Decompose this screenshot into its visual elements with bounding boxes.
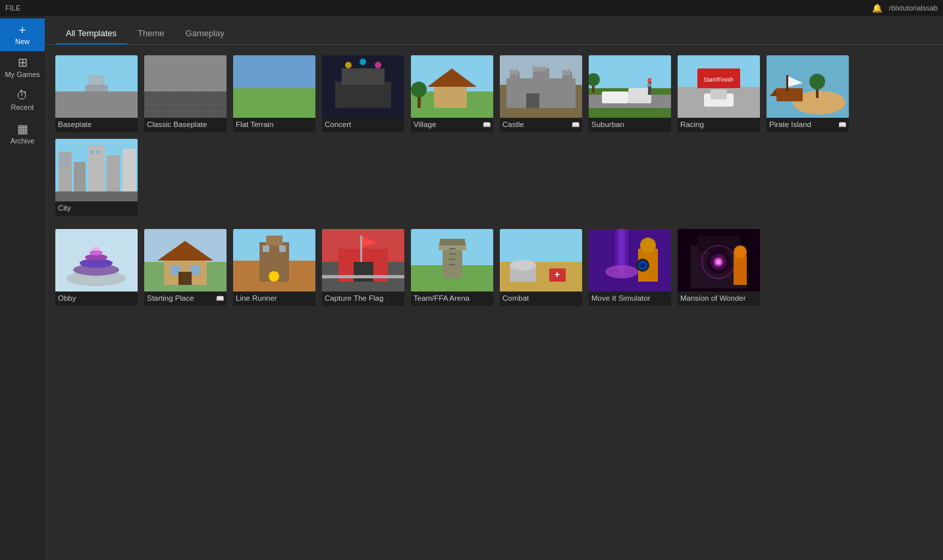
sidebar-item-my-games-label: My Games (5, 70, 40, 79)
template-obby[interactable]: Obby (55, 229, 138, 306)
template-castle[interactable]: Castle 📖 (500, 55, 582, 132)
template-baseplate[interactable]: Baseplate (55, 55, 138, 132)
svg-rect-135 (697, 236, 740, 252)
svg-rect-106 (360, 236, 362, 262)
thumb-move-it (589, 229, 671, 292)
svg-rect-16 (233, 88, 315, 118)
svg-rect-65 (786, 75, 788, 91)
templates-area: Baseplate (45, 45, 943, 317)
svg-point-28 (411, 82, 427, 97)
card-label-team-ffa-arena: Team/FFA Arena (411, 292, 493, 306)
template-classic-baseplate[interactable]: Classic Baseplate (144, 55, 227, 132)
svg-marker-3 (85, 85, 108, 91)
svg-rect-47 (628, 88, 651, 103)
svg-point-50 (647, 83, 651, 87)
svg-point-86 (93, 247, 99, 251)
card-label-concert: Concert (322, 118, 404, 132)
template-move-it-simulator[interactable]: Move It Simulator (589, 229, 671, 306)
svg-rect-77 (90, 151, 94, 154)
svg-rect-36 (514, 70, 518, 75)
svg-rect-79 (55, 191, 138, 201)
thumb-starting-place (144, 229, 227, 292)
svg-rect-18 (335, 82, 391, 108)
template-pirate-island[interactable]: Pirate Island 📖 (767, 55, 849, 132)
svg-rect-93 (178, 272, 192, 285)
svg-rect-78 (96, 151, 99, 154)
template-suburban[interactable]: Suburban (589, 55, 671, 132)
template-flat-terrain[interactable]: Flat Terrain (233, 55, 315, 132)
top-bar-right: 🔔 rblxtutorialssab (872, 3, 938, 13)
thumb-suburban (589, 55, 671, 118)
tab-theme[interactable]: Theme (127, 23, 175, 45)
svg-rect-104 (354, 262, 373, 282)
new-icon: ＋ (16, 24, 28, 36)
svg-point-85 (90, 250, 103, 255)
thumb-combat: + (500, 229, 582, 292)
svg-point-49 (647, 78, 651, 82)
svg-rect-97 (266, 236, 283, 245)
thumb-baseplate (55, 55, 138, 118)
card-label-racing: Racing (678, 118, 760, 132)
thumb-capture (322, 229, 404, 292)
template-mansion-of-wonder[interactable]: Mansion of Wonder (678, 229, 760, 306)
svg-rect-73 (61, 155, 64, 159)
thumb-racing: Start/Finish (678, 55, 760, 118)
svg-rect-39 (542, 66, 546, 72)
starting-place-book-icon: 📖 (216, 295, 224, 302)
template-village[interactable]: Village 📖 (411, 55, 493, 132)
template-starting-place[interactable]: Starting Place 📖 (144, 229, 227, 306)
template-racing[interactable]: Start/Finish Racing (678, 55, 760, 132)
card-label-classic-baseplate: Classic Baseplate (144, 118, 227, 132)
svg-rect-98 (263, 245, 269, 252)
svg-rect-1 (55, 91, 138, 118)
tab-gameplay[interactable]: Gameplay (175, 23, 235, 45)
sidebar-item-my-games[interactable]: ⊞ My Games (0, 51, 45, 84)
content-area: All Templates Theme Gameplay (45, 16, 943, 560)
thumb-pirate (767, 55, 849, 118)
sidebar-item-recent[interactable]: ⏱ Recent (0, 84, 45, 117)
svg-rect-38 (537, 66, 541, 72)
svg-rect-112 (440, 239, 465, 245)
template-team-ffa-arena[interactable]: Team/FFA Arena (411, 229, 493, 306)
template-combat[interactable]: + Combat (500, 229, 582, 306)
sidebar-item-new[interactable]: ＋ New (0, 18, 45, 51)
svg-point-142 (734, 245, 747, 259)
thumb-castle (500, 55, 582, 118)
template-concert[interactable]: Concert (322, 55, 404, 132)
file-menu[interactable]: FILE (5, 4, 20, 12)
thumb-flat-terrain (233, 55, 315, 118)
svg-rect-76 (65, 162, 68, 165)
tab-all-templates[interactable]: All Templates (55, 23, 127, 45)
castle-book-icon: 📖 (572, 121, 579, 128)
sidebar-item-new-label: New (15, 38, 30, 46)
card-label-baseplate: Baseplate (55, 118, 138, 132)
svg-rect-117 (500, 229, 582, 262)
thumb-concert (322, 55, 404, 118)
thumb-classic-baseplate (144, 55, 227, 118)
svg-point-21 (360, 59, 366, 65)
username-label: rblxtutorialssab (889, 4, 938, 12)
card-label-mansion-of-wonder: Mansion of Wonder (678, 292, 760, 306)
svg-rect-19 (342, 68, 385, 85)
thumb-team-ffa (411, 229, 493, 292)
svg-rect-37 (533, 66, 537, 72)
svg-rect-74 (65, 155, 68, 159)
template-capture-the-flag[interactable]: Capture The Flag (322, 229, 404, 306)
template-line-runner[interactable]: Line Runner (233, 229, 315, 306)
svg-point-22 (375, 62, 381, 68)
svg-rect-46 (602, 91, 628, 103)
svg-point-139 (716, 259, 721, 265)
card-label-combat: Combat (500, 292, 582, 306)
template-city[interactable]: City (55, 139, 138, 216)
card-label-line-runner: Line Runner (233, 292, 315, 306)
card-label-obby: Obby (55, 292, 138, 306)
svg-text:+: + (554, 269, 560, 280)
svg-rect-141 (734, 255, 747, 285)
svg-point-129 (640, 238, 656, 253)
sidebar-item-archive[interactable]: ▦ Archive (0, 118, 45, 151)
thumb-mansion (678, 229, 760, 292)
notification-bell-icon[interactable]: 🔔 (872, 3, 882, 13)
sidebar-item-archive-label: Archive (11, 137, 35, 145)
svg-point-121 (510, 260, 536, 270)
svg-marker-4 (92, 78, 101, 85)
